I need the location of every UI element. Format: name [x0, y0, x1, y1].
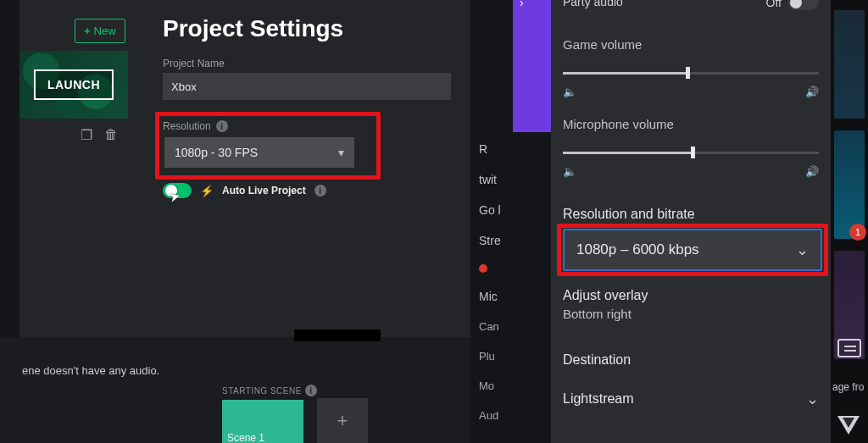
chat-icon[interactable]	[837, 339, 861, 357]
list-item: Mic	[479, 290, 501, 303]
site-logo-icon	[837, 416, 860, 438]
list-item: Stre	[479, 234, 501, 247]
duplicate-icon[interactable]: ❐	[81, 127, 92, 143]
notification-badge: 1	[849, 224, 866, 241]
chevron-down-icon: ⌄	[806, 390, 819, 408]
list-item: R	[479, 142, 501, 156]
auto-live-label: Auto Live Project	[222, 185, 306, 197]
adjust-overlay-label: Adjust overlay	[563, 288, 819, 303]
new-button-label: New	[94, 25, 116, 37]
background-settings-strip: › R twit Go l Stre Mic Can Plu Mo Aud	[470, 0, 551, 443]
list-item: Can	[479, 320, 501, 333]
volume-high-icon: 🔊	[805, 86, 819, 98]
resolution-select[interactable]: 1080p - 30 FPS ▾	[164, 137, 354, 168]
volume-high-icon: 🔊	[805, 165, 819, 178]
game-volume-slider[interactable]	[563, 64, 819, 82]
project-thumbnail: LAUNCH	[19, 51, 128, 119]
list-item: Plu	[479, 350, 501, 363]
project-name-label: Project Name	[163, 58, 225, 69]
scenes-bar: ene doesn't have any audio. STARTING SCE…	[0, 337, 470, 443]
info-icon[interactable]: i	[314, 185, 326, 197]
divider	[294, 329, 381, 341]
info-icon[interactable]: i	[216, 120, 228, 132]
list-item: Go l	[479, 203, 501, 217]
trash-icon[interactable]: 🗑	[104, 127, 118, 143]
game-tile[interactable]	[834, 10, 865, 119]
resolution-bitrate-select[interactable]: 1080p – 6000 kbps ⌄	[563, 229, 822, 271]
chevron-down-icon: ⌄	[796, 241, 809, 259]
party-audio-label: Party audio	[563, 0, 623, 10]
list-item: twit	[479, 173, 501, 186]
caret-down-icon: ▾	[338, 146, 344, 159]
list-item: Aud	[479, 409, 501, 422]
adjust-overlay-value: Bottom right	[563, 307, 819, 321]
purple-accent	[513, 0, 551, 132]
resolution-bitrate-label: Resolution and bitrate	[563, 207, 819, 222]
party-audio-toggle[interactable]	[788, 0, 819, 10]
party-audio-state: Off	[766, 0, 782, 9]
project-name-input[interactable]	[163, 73, 451, 100]
mic-volume-slider[interactable]	[563, 143, 819, 162]
resolution-bitrate-value: 1080p – 6000 kbps	[576, 241, 699, 258]
cropped-text: age fro	[832, 381, 864, 393]
project-settings-panel: + New Project Settings LAUNCH ❐ 🗑 Projec…	[0, 0, 470, 443]
scene-name: Scene 1	[227, 432, 264, 443]
game-volume-label: Game volume	[563, 37, 819, 52]
resolution-label: Resolution i	[163, 120, 228, 132]
info-icon[interactable]: i	[305, 385, 317, 396]
scene-tile[interactable]: Scene 1	[222, 400, 303, 443]
new-project-button[interactable]: + New	[75, 19, 125, 43]
destination-label: Destination	[563, 352, 819, 368]
destination-value: Lightstream	[563, 391, 634, 407]
page-title: Project Settings	[163, 15, 343, 42]
party-audio-row: Party audio Off	[563, 0, 819, 10]
add-scene-button[interactable]: +	[317, 398, 368, 443]
volume-low-icon: 🔈	[563, 86, 576, 98]
game-rail: 1 age fro	[831, 0, 868, 443]
list-item	[479, 264, 501, 273]
mic-volume-label: Microphone volume	[563, 117, 819, 131]
record-dot-icon	[479, 264, 487, 273]
bolt-icon: ⚡	[200, 185, 214, 197]
chevron-right-icon: ›	[520, 0, 524, 9]
launch-button[interactable]: LAUNCH	[34, 69, 114, 100]
plus-icon: +	[84, 25, 91, 37]
broadcast-settings-panel: Party audio Off Game volume 🔈 🔊 Micropho…	[551, 0, 831, 443]
no-audio-text: ene doesn't have any audio.	[22, 364, 159, 377]
adjust-overlay-row[interactable]: Adjust overlay Bottom right	[563, 288, 819, 321]
game-tile[interactable]: 1	[834, 130, 865, 239]
volume-low-icon: 🔈	[563, 165, 576, 178]
starting-scene-label: STARTING SCENE i	[222, 385, 317, 396]
resolution-value: 1080p - 30 FPS	[175, 146, 258, 159]
destination-select[interactable]: Lightstream ⌄	[563, 390, 819, 408]
list-item: Mo	[479, 379, 501, 392]
